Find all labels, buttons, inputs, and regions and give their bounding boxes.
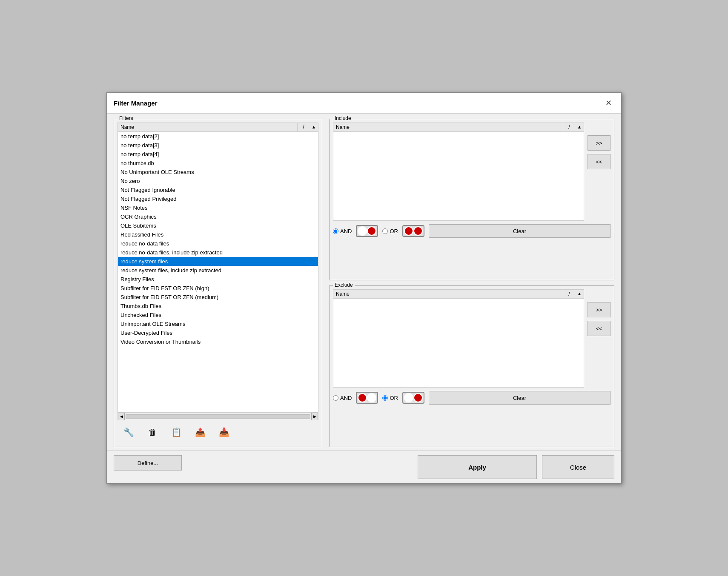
exclude-list-header: Name / ▲ xyxy=(333,289,584,298)
include-operator-row: AND OR Clear xyxy=(333,224,610,238)
list-item[interactable]: reduce no-data files, include zip extrac… xyxy=(118,248,318,257)
include-or-radio-label[interactable]: OR xyxy=(382,228,398,234)
include-list-header: Name / ▲ xyxy=(333,123,584,131)
include-or-toggle-right xyxy=(413,226,423,236)
filters-name-col-header: Name xyxy=(118,123,298,131)
exclude-and-toggle[interactable] xyxy=(356,392,378,404)
include-and-toggle[interactable] xyxy=(356,225,378,237)
exclude-and-toggle-right xyxy=(367,393,376,402)
include-slash-col-header: / xyxy=(563,123,575,131)
exclude-clear-btn[interactable]: Clear xyxy=(429,391,610,405)
exclude-arrows: >> << xyxy=(588,289,610,336)
include-name-col-header: Name xyxy=(333,123,563,131)
exclude-section: Exclude Name / ▲ >> << xyxy=(329,285,614,447)
list-item[interactable]: no temp data[4] xyxy=(118,150,318,159)
list-item[interactable]: NSF Notes xyxy=(118,203,318,212)
list-item[interactable]: Unchecked Files xyxy=(118,311,318,319)
include-and-label: AND xyxy=(340,228,352,234)
include-and-radio-label[interactable]: AND xyxy=(333,228,352,234)
include-and-radio[interactable] xyxy=(333,228,338,234)
exclude-or-radio[interactable] xyxy=(382,395,388,401)
include-arrows: >> << xyxy=(588,123,610,169)
list-item[interactable]: Not Flagged Privileged xyxy=(118,194,318,203)
delete-filter-icon[interactable]: 🗑 xyxy=(145,425,160,440)
list-item[interactable]: reduce system files xyxy=(118,257,318,266)
exclude-list[interactable] xyxy=(333,298,584,388)
include-section-label: Include xyxy=(333,115,353,121)
list-item[interactable]: OCR Graphics xyxy=(118,212,318,221)
include-and-toggle-right xyxy=(367,226,376,236)
filters-toolbar: 🔧🗑📋📤📥 xyxy=(118,420,318,443)
include-clear-btn[interactable]: Clear xyxy=(429,224,610,238)
list-item[interactable]: No Unimportant OLE Streams xyxy=(118,168,318,177)
exclude-slash-col-header: / xyxy=(563,290,575,298)
list-item[interactable]: Registry Files xyxy=(118,275,318,284)
copy-filter-icon[interactable]: 📋 xyxy=(169,425,184,440)
exclude-and-radio[interactable] xyxy=(333,395,338,401)
list-item[interactable]: User-Decrypted Files xyxy=(118,328,318,337)
scroll-right-btn[interactable]: ▶ xyxy=(311,413,318,420)
close-icon[interactable]: ✕ xyxy=(602,97,614,109)
include-and-toggle-left xyxy=(358,226,367,236)
include-sort-btn[interactable]: ▲ xyxy=(575,123,584,131)
dialog-footer: Define... Apply Close xyxy=(107,451,621,483)
list-item[interactable]: Unimportant OLE Streams xyxy=(118,319,318,328)
exclude-or-label: OR xyxy=(390,395,398,401)
filters-scrollbar-x[interactable]: ◀ ▶ xyxy=(118,413,318,420)
include-or-toggle[interactable] xyxy=(402,225,424,237)
filters-list-header: Name / ▲ xyxy=(118,123,318,131)
list-item[interactable]: OLE Subitems xyxy=(118,221,318,230)
include-list[interactable] xyxy=(333,131,584,221)
exclude-move-out-btn[interactable]: << xyxy=(588,321,610,336)
exclude-row: Name / ▲ >> << xyxy=(333,289,610,388)
filters-sort-arrow[interactable]: ▲ xyxy=(310,123,318,131)
exclude-and-toggle-left xyxy=(358,393,367,402)
exclude-move-in-btn[interactable]: >> xyxy=(588,302,610,317)
exclude-or-radio-label[interactable]: OR xyxy=(382,395,398,401)
list-item[interactable]: Video Conversion or Thumbnails xyxy=(118,337,318,346)
list-item[interactable]: no temp data[3] xyxy=(118,141,318,150)
list-item[interactable]: no thumbs.db xyxy=(118,159,318,168)
exclude-and-label: AND xyxy=(340,395,352,401)
import-filter-icon[interactable]: 📥 xyxy=(216,425,232,440)
exclude-sort-btn[interactable]: ▲ xyxy=(575,290,584,298)
list-item[interactable]: Not Flagged Ignorable xyxy=(118,185,318,194)
list-item[interactable]: Thumbs.db Files xyxy=(118,302,318,311)
filters-slash-col-header: / xyxy=(298,123,310,131)
dialog-title: Filter Manager xyxy=(114,100,158,107)
filter-manager-dialog: Filter Manager ✕ Filters Name / ▲ no tem… xyxy=(106,92,622,484)
include-or-toggle-left xyxy=(404,226,413,236)
exclude-or-toggle[interactable] xyxy=(402,392,424,404)
list-item[interactable]: reduce system files, include zip extract… xyxy=(118,266,318,275)
define-button[interactable]: Define... xyxy=(114,455,182,470)
include-move-out-btn[interactable]: << xyxy=(588,154,610,169)
apply-button[interactable]: Apply xyxy=(418,455,537,479)
exclude-list-box: Name / ▲ xyxy=(333,289,584,388)
footer-right-buttons: Apply Close xyxy=(418,455,614,479)
include-row: Name / ▲ >> << xyxy=(333,123,610,221)
include-section: Include Name / ▲ >> << xyxy=(329,119,614,280)
filters-list[interactable]: no temp data[2]no temp data[3]no temp da… xyxy=(118,131,318,413)
filters-panel: Filters Name / ▲ no temp data[2]no temp … xyxy=(114,119,322,447)
list-item[interactable]: Subfilter for EID FST OR ZFN (high) xyxy=(118,284,318,293)
include-list-box: Name / ▲ xyxy=(333,123,584,221)
list-item[interactable]: reduce no-data files xyxy=(118,239,318,248)
include-or-radio[interactable] xyxy=(382,228,388,234)
exclude-section-label: Exclude xyxy=(333,282,355,288)
include-move-in-btn[interactable]: >> xyxy=(588,135,610,151)
dialog-content: Filters Name / ▲ no temp data[2]no temp … xyxy=(107,114,621,451)
list-item[interactable]: No zero xyxy=(118,177,318,185)
list-item[interactable]: Subfilter for EID FST OR ZFN (medium) xyxy=(118,293,318,302)
scroll-track[interactable] xyxy=(126,414,310,419)
exclude-operator-row: AND OR Clear xyxy=(333,391,610,405)
close-dialog-button[interactable]: Close xyxy=(542,455,614,479)
new-filter-icon[interactable]: 🔧 xyxy=(121,425,136,440)
exclude-or-toggle-right xyxy=(413,393,423,402)
list-item[interactable]: no temp data[2] xyxy=(118,132,318,141)
scroll-left-btn[interactable]: ◀ xyxy=(118,413,125,420)
exclude-and-radio-label[interactable]: AND xyxy=(333,395,352,401)
export-filter-icon[interactable]: 📤 xyxy=(192,425,208,440)
title-bar: Filter Manager ✕ xyxy=(107,93,621,114)
list-item[interactable]: Reclassified Files xyxy=(118,230,318,239)
right-panel: Include Name / ▲ >> << xyxy=(329,119,614,447)
